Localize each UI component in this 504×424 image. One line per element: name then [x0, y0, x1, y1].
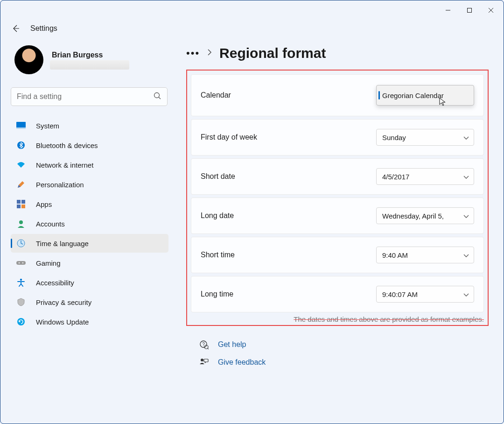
svg-line-6: [159, 97, 161, 99]
sidebar-nav: System Bluetooth & devices Network & int…: [11, 116, 168, 331]
setting-row-first-day: First day of week Sunday: [191, 119, 484, 155]
sidebar-item-label: Personalization: [36, 181, 84, 189]
privacy-icon: [16, 297, 26, 307]
window-maximize-button[interactable]: [459, 3, 480, 18]
setting-row-long-time: Long time 9:40:07 AM: [191, 276, 484, 312]
svg-point-20: [17, 318, 25, 325]
network-icon: [16, 160, 26, 170]
windows-update-icon: [16, 317, 26, 326]
sidebar-item-network[interactable]: Network & internet: [11, 155, 168, 174]
setting-label: Short time: [201, 251, 235, 259]
back-button[interactable]: [12, 24, 20, 33]
long-time-dropdown[interactable]: 9:40:07 AM: [376, 286, 474, 303]
setting-row-long-date: Long date Wednesday, April 5,: [191, 198, 484, 234]
calendar-dropdown[interactable]: Gregorian Calendar: [376, 85, 474, 106]
profile-block[interactable]: Brian Burgess: [11, 45, 168, 74]
sidebar-item-label: Time & language: [36, 240, 89, 247]
window-minimize-button[interactable]: [437, 3, 459, 18]
sidebar-item-gaming[interactable]: Gaming: [11, 254, 168, 272]
avatar: [14, 45, 43, 74]
svg-rect-1: [468, 8, 472, 13]
sidebar-item-apps[interactable]: Apps: [11, 195, 168, 213]
svg-point-17: [19, 262, 20, 263]
personalization-icon: [16, 180, 26, 189]
chevron-down-icon: [463, 212, 469, 220]
short-date-dropdown[interactable]: 4/5/2017: [376, 168, 474, 185]
format-examples-note: The dates and times above are provided a…: [191, 315, 484, 323]
chevron-down-icon: [463, 290, 469, 298]
chevron-right-icon: [207, 49, 212, 57]
window-close-button[interactable]: [480, 3, 502, 18]
search-input[interactable]: [17, 92, 153, 101]
svg-point-14: [19, 220, 23, 224]
app-title: Settings: [30, 24, 57, 33]
svg-point-5: [154, 93, 160, 98]
gaming-icon: [16, 258, 26, 268]
first-day-dropdown[interactable]: Sunday: [376, 129, 474, 146]
long-date-dropdown[interactable]: Wednesday, April 5,: [376, 207, 474, 224]
accessibility-icon: [16, 278, 26, 287]
svg-rect-16: [16, 261, 26, 265]
svg-point-19: [20, 279, 22, 281]
sidebar-item-label: Windows Update: [36, 318, 89, 326]
setting-row-calendar: Calendar Gregorian Calendar: [191, 74, 484, 116]
help-link-label: Give feedback: [218, 358, 266, 367]
search-box[interactable]: [11, 87, 168, 106]
help-icon: ?: [199, 340, 209, 349]
profile-name: Brian Burgess: [50, 50, 129, 60]
search-icon: [153, 92, 161, 102]
setting-row-short-date: Short date 4/5/2017: [191, 158, 484, 195]
svg-rect-11: [21, 200, 25, 204]
app-header: Settings: [0, 20, 504, 37]
svg-rect-10: [17, 200, 21, 204]
main-content: ••• Regional format Calendar Gregorian C…: [173, 45, 504, 367]
time-language-icon: [16, 239, 26, 248]
apps-icon: [16, 199, 26, 209]
accounts-icon: [16, 219, 26, 228]
setting-row-short-time: Short time 9:40 AM: [191, 237, 484, 273]
setting-label: Calendar: [201, 91, 231, 99]
sidebar-item-privacy[interactable]: Privacy & security: [11, 293, 168, 311]
dropdown-value: 9:40 AM: [382, 251, 408, 259]
svg-rect-8: [16, 127, 26, 129]
sidebar-item-windows-update[interactable]: Windows Update: [11, 312, 168, 331]
regional-format-panel: Calendar Gregorian Calendar First day of…: [186, 70, 489, 326]
give-feedback-link[interactable]: Give feedback: [199, 358, 489, 367]
dropdown-value: Sunday: [382, 134, 406, 141]
sidebar-item-time-language[interactable]: Time & language: [11, 234, 168, 253]
chevron-down-icon: [463, 251, 469, 259]
window-titlebar: [0, 0, 504, 20]
sidebar-item-label: Gaming: [36, 259, 61, 267]
dropdown-value: Wednesday, April 5,: [382, 212, 444, 220]
svg-rect-13: [21, 205, 25, 208]
sidebar: Brian Burgess System Bluetooth & devices…: [0, 45, 173, 367]
setting-label: Long date: [201, 212, 234, 220]
breadcrumb: ••• Regional format: [186, 45, 489, 61]
sidebar-item-label: Accounts: [36, 220, 65, 228]
feedback-icon: [199, 358, 209, 367]
breadcrumb-more-button[interactable]: •••: [186, 47, 200, 59]
setting-label: First day of week: [201, 133, 257, 141]
sidebar-item-personalization[interactable]: Personalization: [11, 175, 168, 194]
get-help-link[interactable]: ? Get help: [199, 340, 489, 349]
sidebar-item-accounts[interactable]: Accounts: [11, 214, 168, 233]
svg-point-18: [22, 262, 23, 263]
sidebar-item-label: System: [36, 122, 59, 130]
chevron-down-icon: [463, 173, 469, 181]
system-icon: [16, 121, 26, 130]
sidebar-item-label: Network & internet: [36, 161, 93, 169]
sidebar-item-bluetooth[interactable]: Bluetooth & devices: [11, 136, 168, 155]
chevron-down-icon: [463, 134, 469, 141]
svg-rect-12: [17, 205, 21, 208]
help-links: ? Get help Give feedback: [186, 340, 489, 367]
sidebar-item-accessibility[interactable]: Accessibility: [11, 273, 168, 292]
setting-label: Long time: [201, 290, 233, 298]
dropdown-value: Gregorian Calendar: [382, 92, 444, 99]
svg-rect-7: [16, 122, 26, 128]
sidebar-item-system[interactable]: System: [11, 116, 168, 135]
profile-email-placeholder: [50, 60, 129, 70]
short-time-dropdown[interactable]: 9:40 AM: [376, 247, 474, 263]
dropdown-value: 4/5/2017: [382, 173, 409, 181]
sidebar-item-label: Apps: [36, 200, 52, 208]
svg-line-24: [208, 348, 209, 349]
